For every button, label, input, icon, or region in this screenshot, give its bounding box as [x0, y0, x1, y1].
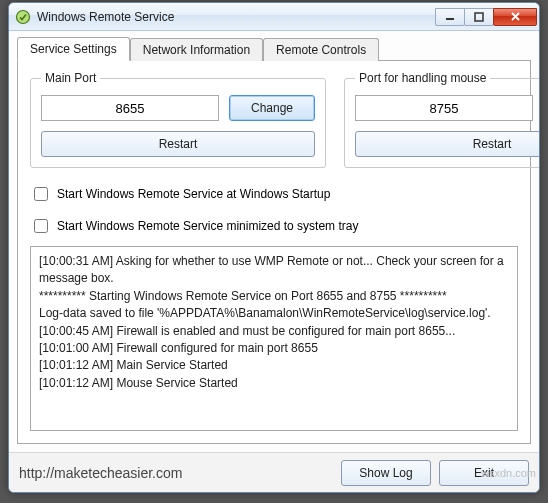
close-button[interactable] [493, 8, 537, 26]
window-buttons [436, 8, 537, 26]
tray-checkbox[interactable] [34, 219, 48, 233]
log-textbox[interactable]: [10:00:31 AM] Asking for whether to use … [30, 246, 518, 431]
main-port-restart-button[interactable]: Restart [41, 131, 315, 157]
maximize-button[interactable] [464, 8, 494, 26]
mouse-port-input[interactable] [355, 95, 533, 121]
main-port-group: Main Port Change Restart [30, 71, 326, 168]
main-port-input[interactable] [41, 95, 219, 121]
main-port-change-button[interactable]: Change [229, 95, 315, 121]
svg-rect-2 [475, 13, 483, 21]
mouse-port-restart-button[interactable]: Restart [355, 131, 540, 157]
startup-option[interactable]: Start Windows Remote Service at Windows … [30, 184, 518, 204]
mouse-port-legend: Port for handling mouse [355, 71, 490, 85]
tray-option[interactable]: Start Windows Remote Service minimized t… [30, 216, 518, 236]
minimize-button[interactable] [435, 8, 465, 26]
ports-row: Main Port Change Restart Port for handli… [30, 71, 518, 168]
watermark: wsxdn.com [481, 467, 536, 479]
tray-label: Start Windows Remote Service minimized t… [57, 219, 358, 233]
tab-network-information[interactable]: Network Information [130, 38, 263, 61]
app-icon [15, 9, 31, 25]
content-area: Service Settings Network Information Rem… [9, 31, 539, 452]
window-title: Windows Remote Service [37, 10, 436, 24]
main-port-legend: Main Port [41, 71, 100, 85]
footer-url: http://maketecheasier.com [19, 465, 333, 481]
mouse-port-group: Port for handling mouse Change Restart [344, 71, 540, 168]
app-window: Windows Remote Service Service Settings … [8, 2, 540, 493]
startup-checkbox[interactable] [34, 187, 48, 201]
show-log-button[interactable]: Show Log [341, 460, 431, 486]
tab-service-settings[interactable]: Service Settings [17, 37, 130, 61]
titlebar[interactable]: Windows Remote Service [9, 3, 539, 31]
tab-remote-controls[interactable]: Remote Controls [263, 38, 379, 61]
tab-body: Main Port Change Restart Port for handli… [17, 60, 531, 444]
tabstrip: Service Settings Network Information Rem… [17, 37, 531, 61]
bottom-bar: http://maketecheasier.com Show Log Exit [9, 452, 539, 492]
startup-label: Start Windows Remote Service at Windows … [57, 187, 330, 201]
